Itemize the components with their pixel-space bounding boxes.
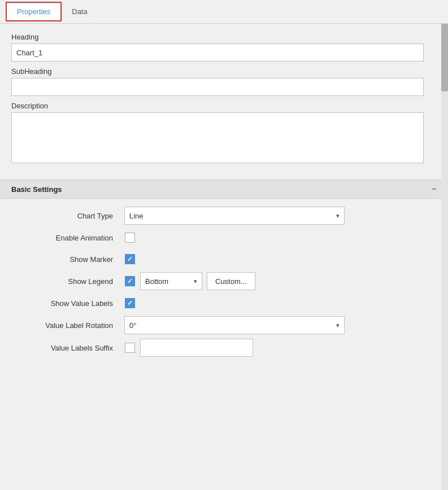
- basic-settings-body: Chart Type Line ▾ Enable Animation: [0, 199, 448, 365]
- description-label: Description: [11, 102, 437, 110]
- subheading-group: SubHeading: [11, 67, 437, 96]
- setting-row-chart-type: Chart Type Line ▾: [11, 204, 437, 227]
- setting-row-show-legend: Show Legend Bottom ▾ Custom...: [11, 270, 437, 292]
- show-legend-label: Show Legend: [11, 277, 124, 286]
- scrollbar-track: [441, 24, 448, 490]
- show-marker-label: Show Marker: [11, 255, 124, 264]
- fields-section: Heading SubHeading Description: [0, 24, 448, 180]
- value-labels-suffix-input[interactable]: [140, 339, 253, 357]
- collapse-button[interactable]: −: [432, 185, 437, 194]
- value-labels-suffix-label: Value Labels Suffix: [11, 344, 124, 352]
- enable-animation-control: [124, 232, 437, 243]
- legend-position-select[interactable]: Bottom ▾: [140, 272, 202, 290]
- value-label-rotation-label: Value Label Rotation: [11, 321, 124, 330]
- setting-row-value-labels-suffix: Value Labels Suffix: [11, 336, 437, 359]
- setting-row-enable-animation: Enable Animation: [11, 227, 437, 248]
- tab-properties[interactable]: Properties: [6, 2, 62, 21]
- legend-custom-button[interactable]: Custom...: [207, 272, 255, 290]
- chart-type-label: Chart Type: [11, 212, 124, 220]
- value-labels-suffix-checkbox-wrapper[interactable]: [124, 342, 136, 353]
- chart-type-control: Line ▾: [124, 207, 437, 225]
- show-marker-control: [124, 253, 437, 265]
- chart-type-arrow-icon: ▾: [336, 212, 340, 220]
- subheading-label: SubHeading: [11, 67, 437, 76]
- tab-data[interactable]: Data: [62, 3, 97, 20]
- chart-type-value: Line: [129, 212, 143, 220]
- show-value-labels-label: Show Value Labels: [11, 299, 124, 308]
- description-textarea[interactable]: [11, 112, 424, 163]
- show-legend-control: Bottom ▾ Custom...: [124, 272, 437, 290]
- description-group: Description: [11, 102, 437, 165]
- show-legend-checkbox-wrapper[interactable]: [124, 275, 136, 287]
- basic-settings-title: Basic Settings: [11, 185, 62, 194]
- scrollbar-thumb[interactable]: [441, 24, 448, 91]
- show-value-labels-control: [124, 298, 437, 309]
- basic-settings-header: Basic Settings −: [0, 180, 448, 199]
- show-value-labels-checkbox-wrapper[interactable]: [124, 298, 136, 309]
- heading-group: Heading: [11, 33, 437, 62]
- show-legend-checkbox[interactable]: [125, 276, 135, 286]
- enable-animation-checkbox[interactable]: [125, 233, 135, 243]
- value-label-rotation-select[interactable]: 0° ▾: [124, 316, 345, 334]
- legend-position-value: Bottom: [145, 277, 168, 286]
- value-label-rotation-control: 0° ▾: [124, 316, 437, 334]
- value-labels-suffix-control: [124, 339, 437, 357]
- value-label-rotation-arrow-icon: ▾: [336, 322, 340, 329]
- properties-panel: Properties Data Heading SubHeading Descr…: [0, 0, 448, 490]
- value-labels-suffix-checkbox[interactable]: [125, 343, 135, 353]
- subheading-input[interactable]: [11, 78, 424, 96]
- setting-row-show-value-labels: Show Value Labels: [11, 292, 437, 314]
- value-label-rotation-value: 0°: [129, 321, 136, 330]
- heading-label: Heading: [11, 33, 437, 41]
- setting-row-show-marker: Show Marker: [11, 248, 437, 270]
- chart-type-select[interactable]: Line ▾: [124, 207, 345, 225]
- enable-animation-label: Enable Animation: [11, 234, 124, 242]
- legend-position-arrow-icon: ▾: [194, 278, 197, 285]
- show-marker-checkbox[interactable]: [125, 254, 135, 264]
- setting-row-value-label-rotation: Value Label Rotation 0° ▾: [11, 314, 437, 336]
- panel-content: Heading SubHeading Description Basic Set…: [0, 24, 448, 490]
- show-marker-checkbox-wrapper[interactable]: [124, 253, 136, 265]
- enable-animation-checkbox-wrapper[interactable]: [124, 232, 136, 243]
- tab-bar: Properties Data: [0, 0, 448, 24]
- show-value-labels-checkbox[interactable]: [125, 298, 135, 308]
- heading-input[interactable]: [11, 43, 424, 62]
